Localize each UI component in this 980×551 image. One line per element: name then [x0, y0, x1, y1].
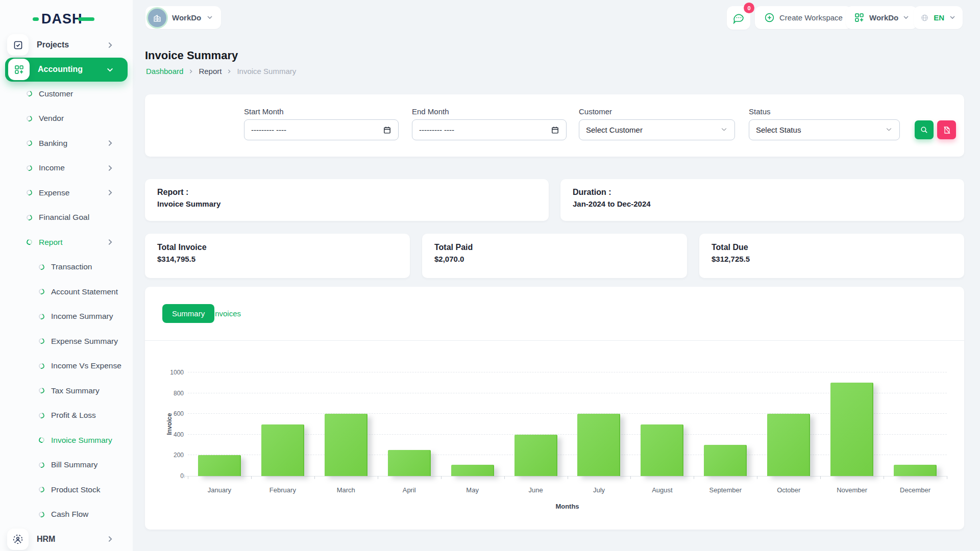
- summary-chart-card: Summary Invoices Invoice 020040060080010…: [145, 287, 964, 530]
- sidebar-item-label: Expense Summary: [51, 337, 118, 346]
- app-logo[interactable]: DASH: [33, 11, 94, 27]
- sidebar-item-label: Invoice Summary: [51, 436, 112, 445]
- sidebar-item-vendor[interactable]: Vendor: [0, 106, 133, 131]
- sidebar-item-banking[interactable]: Banking: [0, 131, 133, 156]
- sidebar-item-label: Profit & Loss: [51, 411, 96, 420]
- x-axis-tick: [630, 476, 631, 479]
- chevron-right-icon: [188, 69, 193, 74]
- start-month-input[interactable]: --------- ----: [244, 119, 399, 140]
- sidebar-item-label: Tax Summary: [51, 386, 100, 395]
- sidebar-item-label: Expense: [39, 188, 69, 197]
- report-label: Report :: [157, 188, 536, 197]
- breadcrumb-dashboard[interactable]: Dashboard: [146, 67, 183, 76]
- sidebar: DASH ProjectsAccountingCustomerVendorBan…: [0, 0, 133, 551]
- tab-summary[interactable]: Summary: [162, 304, 214, 323]
- start-month-value: --------- ----: [251, 126, 286, 134]
- calendar-icon: [383, 126, 391, 134]
- chevron-right-icon: [107, 140, 113, 146]
- sidebar-item-income-vs-expense[interactable]: Income Vs Expense: [0, 354, 133, 379]
- apply-filter-button[interactable]: [915, 120, 934, 139]
- bullet-icon: [38, 412, 45, 419]
- sidebar-item-label: Banking: [39, 139, 67, 148]
- y-tick-label: 1000: [158, 369, 184, 376]
- create-workspace-button[interactable]: Create Workspace: [755, 6, 852, 29]
- sidebar-item-accounting[interactable]: Accounting: [5, 58, 128, 82]
- chart-tabs: Summary Invoices: [145, 287, 964, 341]
- building-icon: [152, 13, 162, 23]
- chevron-down-icon: [720, 126, 728, 135]
- file-slash-icon: [943, 126, 951, 134]
- sidebar-item-expense-summary[interactable]: Expense Summary: [0, 329, 133, 354]
- plot-area: [188, 372, 947, 476]
- sidebar-item-income-summary[interactable]: Income Summary: [0, 304, 133, 329]
- duration-value: Jan-2024 to Dec-2024: [573, 199, 952, 208]
- sidebar-item-projects[interactable]: Projects: [0, 33, 133, 58]
- sidebar-menu: ProjectsAccountingCustomerVendorBankingI…: [0, 33, 133, 551]
- plus-circle-icon: [764, 12, 775, 23]
- y-tick-label: 400: [158, 431, 184, 438]
- chevron-right-icon: [107, 165, 113, 171]
- sidebar-item-expense[interactable]: Expense: [0, 181, 133, 206]
- chevron-right-icon: [107, 189, 113, 196]
- customer-label: Customer: [579, 107, 612, 116]
- reset-filter-button[interactable]: [937, 120, 956, 139]
- bar-december: [894, 465, 937, 476]
- sidebar-item-account-statement[interactable]: Account Statement: [0, 280, 133, 305]
- bullet-icon: [38, 288, 45, 295]
- gridline: [188, 372, 947, 372]
- sidebar-item-bill-summary[interactable]: Bill Summary: [0, 453, 133, 478]
- sidebar-item-label: Projects: [37, 40, 69, 49]
- sidebar-item-cash-flow[interactable]: Cash Flow: [0, 502, 133, 527]
- sidebar-item-label: Financial Goal: [39, 213, 89, 222]
- bar-september: [704, 445, 747, 476]
- sidebar-item-report[interactable]: Report: [0, 230, 133, 255]
- breadcrumb-report[interactable]: Report: [199, 67, 222, 76]
- duration-label: Duration :: [573, 188, 952, 197]
- x-tick-label: August: [630, 486, 694, 494]
- tab-invoices[interactable]: Invoices: [213, 304, 241, 323]
- workspace-name: WorkDo: [172, 13, 201, 22]
- x-tick-label: January: [188, 486, 251, 494]
- chevron-down-icon: [107, 66, 113, 73]
- workdo-menu-label: WorkDo: [869, 13, 898, 22]
- x-axis-tick: [884, 476, 884, 479]
- end-month-value: --------- ----: [419, 126, 454, 134]
- workdo-menu-button[interactable]: WorkDo: [846, 6, 917, 29]
- messages-button[interactable]: 0: [727, 6, 750, 30]
- create-workspace-label: Create Workspace: [779, 13, 843, 22]
- sidebar-item-customer[interactable]: Customer: [0, 82, 133, 107]
- globe-icon: [921, 12, 928, 23]
- end-month-input[interactable]: --------- ----: [412, 119, 567, 140]
- sidebar-item-profit-loss[interactable]: Profit & Loss: [0, 403, 133, 428]
- grid-plus-icon: [8, 59, 30, 80]
- customer-select-value: Select Customer: [586, 126, 643, 134]
- bullet-icon: [26, 189, 33, 196]
- x-tick-label: July: [568, 486, 631, 494]
- sidebar-item-tax-summary[interactable]: Tax Summary: [0, 379, 133, 404]
- x-tick-label: March: [314, 486, 378, 494]
- total-paid-value: $2,070.0: [434, 255, 675, 263]
- y-tick-label: 200: [158, 452, 184, 459]
- sidebar-item-transaction[interactable]: Transaction: [0, 255, 133, 280]
- report-info-card: Report : Invoice Summary: [145, 179, 549, 221]
- bullet-icon: [38, 436, 45, 444]
- duration-info-card: Duration : Jan-2024 to Dec-2024: [560, 179, 964, 221]
- report-value: Invoice Summary: [157, 199, 536, 208]
- sidebar-item-invoice-summary[interactable]: Invoice Summary: [0, 428, 133, 453]
- bullet-icon: [38, 461, 45, 469]
- sidebar-item-label: Income Summary: [51, 312, 113, 321]
- status-select[interactable]: Select Status: [749, 119, 900, 140]
- sidebar-item-hrm[interactable]: HRM: [0, 527, 133, 551]
- workspace-selector[interactable]: WorkDo: [145, 6, 221, 29]
- sidebar-item-label: Accounting: [38, 65, 83, 74]
- total-invoice-label: Total Invoice: [157, 243, 398, 252]
- language-selector[interactable]: EN: [914, 6, 963, 29]
- sidebar-item-label: Income: [39, 163, 65, 172]
- sidebar-item-income[interactable]: Income: [0, 156, 133, 181]
- sidebar-item-product-stock[interactable]: Product Stock: [0, 478, 133, 503]
- x-axis-labels: JanuaryFebruaryMarchAprilMayJuneJulyAugu…: [188, 486, 947, 494]
- sidebar-item-financial-goal[interactable]: Financial Goal: [0, 205, 133, 230]
- customer-select[interactable]: Select Customer: [579, 119, 735, 140]
- breadcrumb-current: Invoice Summary: [237, 67, 296, 76]
- bullet-icon: [38, 387, 45, 394]
